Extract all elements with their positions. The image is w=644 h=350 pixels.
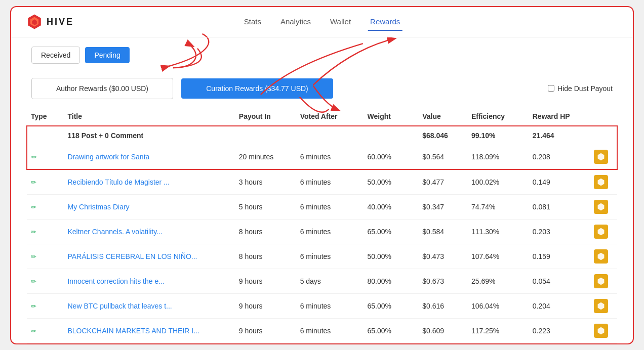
row-votedafter-0: 6 minutes xyxy=(296,145,364,169)
row-efficiency-2: 74.74% xyxy=(467,194,529,219)
edit-icon[interactable]: ✏ xyxy=(31,228,36,236)
table-row: ✏ Innocent correction hits the e... 9 ho… xyxy=(27,269,617,293)
col-header-rewardhp: Reward HP xyxy=(529,107,590,126)
row-value-1: $0.477 xyxy=(418,169,467,195)
row-payoutin-3: 8 hours xyxy=(235,219,296,244)
row-title-2[interactable]: My Christmas Diary xyxy=(63,194,234,219)
hive-badge-7[interactable] xyxy=(594,324,608,338)
row-votedafter-4: 6 minutes xyxy=(296,244,364,269)
tab-rewards[interactable]: Rewards xyxy=(368,13,402,31)
row-votedafter-3: 6 minutes xyxy=(296,219,364,244)
row-rewardhp-7: 0.223 xyxy=(529,318,590,343)
svg-marker-9 xyxy=(597,228,604,235)
row-value-5: $0.673 xyxy=(418,269,467,293)
tab-stats[interactable]: Stats xyxy=(242,13,263,31)
main-window: HIVE Stats Analytics Wallet Rewards Rece… xyxy=(10,6,634,344)
table-row: ✏ BLOCKCHAIN MARKETS AND THEIR I... 9 ho… xyxy=(27,318,617,343)
row-title-4[interactable]: PARÁLISIS CEREBRAL EN LOS NIÑO... xyxy=(63,244,234,269)
row-title-0[interactable]: Drawing artwork for Santa xyxy=(63,145,234,169)
table-row: ✏ New BTC pullback that leaves t... 9 ho… xyxy=(27,293,617,318)
svg-marker-13 xyxy=(597,327,604,334)
table-row-highlighted: ✏ Drawing artwork for Santa 20 minutes 6… xyxy=(27,145,617,169)
author-rewards-button[interactable]: Author Rewards ($0.00 USD) xyxy=(31,78,173,99)
hive-badge-1[interactable] xyxy=(594,175,608,189)
table-body: 118 Post + 0 Comment $68.046 99.10% 21.4… xyxy=(27,126,617,343)
table-header: Type Title Payout In Voted After Weight … xyxy=(27,107,617,126)
row-efficiency-4: 107.64% xyxy=(467,244,529,269)
row-payoutin-6: 9 hours xyxy=(235,293,296,318)
col-header-value: Value xyxy=(418,107,467,126)
col-header-payoutin: Payout In xyxy=(235,107,296,126)
row-title-6[interactable]: New BTC pullback that leaves t... xyxy=(63,293,234,318)
curation-rewards-button[interactable]: Curation Rewards ($34.77 USD) xyxy=(181,78,333,99)
row-value-2: $0.347 xyxy=(418,194,467,219)
hive-badge-2[interactable] xyxy=(594,200,608,214)
row-weight-6: 65.00% xyxy=(364,293,419,318)
hide-dust-checkbox[interactable] xyxy=(548,85,554,92)
row-value-3: $0.584 xyxy=(418,219,467,244)
edit-icon[interactable]: ✏ xyxy=(31,179,36,186)
row-weight-4: 50.00% xyxy=(364,244,419,269)
col-header-efficiency: Efficiency xyxy=(467,107,529,126)
summary-title: 118 Post + 0 Comment xyxy=(63,126,234,145)
row-title-3[interactable]: Keltner Channels. A volatility... xyxy=(63,219,234,244)
received-button[interactable]: Received xyxy=(31,47,80,64)
row-rewardhp-3: 0.203 xyxy=(529,219,590,244)
edit-icon[interactable]: ✏ xyxy=(31,153,37,161)
row-payoutin-2: 5 hours xyxy=(235,194,296,219)
tab-analytics[interactable]: Analytics xyxy=(278,13,313,31)
row-efficiency-0: 118.09% xyxy=(467,145,529,169)
row-rewardhp-1: 0.149 xyxy=(529,169,590,195)
hive-badge-6[interactable] xyxy=(594,299,608,313)
edit-icon[interactable]: ✏ xyxy=(31,278,36,285)
row-rewardhp-5: 0.054 xyxy=(529,269,590,293)
row-votedafter-2: 6 minutes xyxy=(296,194,364,219)
col-header-type: Type xyxy=(27,107,63,126)
tab-wallet[interactable]: Wallet xyxy=(328,13,353,31)
edit-icon[interactable]: ✏ xyxy=(31,253,36,260)
row-payoutin-0: 20 minutes xyxy=(235,145,296,169)
row-rewardhp-6: 0.204 xyxy=(529,293,590,318)
hive-badge-0[interactable] xyxy=(594,150,608,164)
summary-value: $68.046 xyxy=(418,126,467,145)
row-value-6: $0.616 xyxy=(418,293,467,318)
hive-badge-5[interactable] xyxy=(594,274,608,288)
table-row: ✏ Keltner Channels. A volatility... 8 ho… xyxy=(27,219,617,244)
row-title-5[interactable]: Innocent correction hits the e... xyxy=(63,269,234,293)
row-weight-3: 65.00% xyxy=(364,219,419,244)
row-efficiency-6: 106.04% xyxy=(467,293,529,318)
edit-icon[interactable]: ✏ xyxy=(31,327,36,335)
summary-row: 118 Post + 0 Comment $68.046 99.10% 21.4… xyxy=(27,126,617,145)
pending-button[interactable]: Pending xyxy=(85,47,129,63)
hide-dust-label[interactable]: Hide Dust Payout xyxy=(548,84,613,93)
logo-text: HIVE xyxy=(47,17,74,27)
svg-marker-12 xyxy=(597,302,604,309)
table-row: ✏ My Christmas Diary 5 hours 6 minutes 4… xyxy=(27,194,617,219)
rewards-table: Type Title Payout In Voted After Weight … xyxy=(26,107,618,343)
row-efficiency-1: 100.02% xyxy=(467,169,529,195)
row-efficiency-7: 117.25% xyxy=(467,318,529,343)
hive-badge-4[interactable] xyxy=(594,249,608,264)
row-votedafter-5: 5 days xyxy=(296,269,364,293)
edit-icon[interactable]: ✏ xyxy=(31,203,36,211)
summary-efficiency: 99.10% xyxy=(467,126,529,145)
row-votedafter-7: 6 minutes xyxy=(296,318,364,343)
hive-badge-3[interactable] xyxy=(594,225,608,239)
row-value-7: $0.609 xyxy=(418,318,467,343)
row-votedafter-1: 6 minutes xyxy=(296,169,364,195)
row-payoutin-4: 8 hours xyxy=(235,244,296,269)
col-header-action xyxy=(590,107,617,126)
row-efficiency-5: 25.69% xyxy=(467,269,529,293)
svg-marker-7 xyxy=(597,178,604,185)
edit-icon[interactable]: ✏ xyxy=(31,302,36,310)
row-weight-0: 60.00% xyxy=(364,145,419,169)
logo: HIVE xyxy=(26,14,74,30)
row-payoutin-5: 9 hours xyxy=(235,269,296,293)
hive-logo-icon xyxy=(26,14,43,30)
summary-reward-hp: 21.464 xyxy=(529,126,590,145)
svg-marker-11 xyxy=(597,277,604,284)
row-weight-1: 50.00% xyxy=(364,169,419,195)
header: HIVE Stats Analytics Wallet Rewards xyxy=(11,7,633,37)
row-title-1[interactable]: Recibiendo Título de Magister ... xyxy=(63,169,234,195)
row-title-7[interactable]: BLOCKCHAIN MARKETS AND THEIR I... xyxy=(63,318,234,343)
